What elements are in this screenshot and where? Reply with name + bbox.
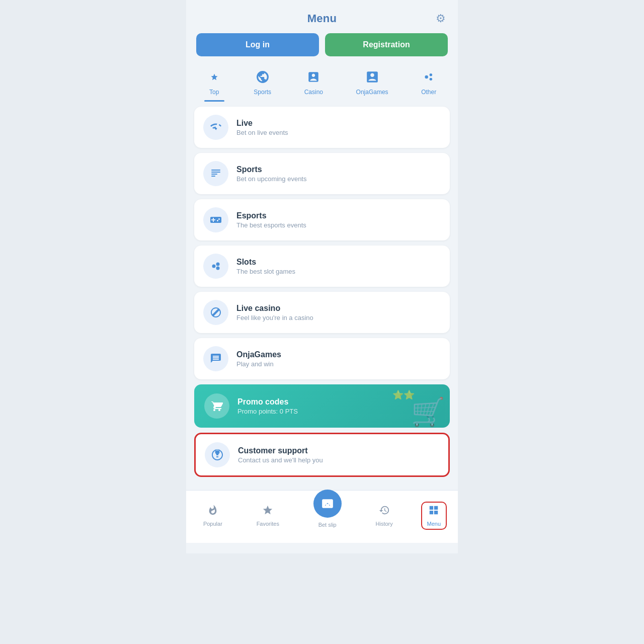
header: Menu ⚙ [186,0,458,33]
onjagames-subtitle: Play and win [236,360,281,368]
registration-button[interactable]: Registration [325,33,448,56]
live-icon [203,115,228,140]
slots-text: Slots The best slot games [236,258,295,275]
slots-title: Slots [236,258,295,267]
tab-top[interactable]: Top [202,66,227,102]
menu-item-slots[interactable]: Slots The best slot games [194,246,450,287]
sports-tab-icon [256,70,269,87]
live-casino-text: Live casino Feel like you're in a casino [236,304,313,321]
esports-icon [203,207,228,232]
esports-text: Esports The best esports events [236,211,306,229]
menu-item-esports[interactable]: Esports The best esports events [194,199,450,240]
promo-icon [204,393,229,419]
svg-point-1 [425,75,429,79]
popular-nav-icon [207,505,218,519]
sports-tab-label: Sports [254,89,271,96]
nav-betslip[interactable]: Bet slip [307,488,348,530]
live-casino-title: Live casino [236,304,313,313]
favorites-nav-label: Favorites [257,521,279,527]
gear-icon[interactable]: ⚙ [436,12,446,25]
popular-nav-label: Popular [203,521,222,527]
casino-tab-label: Casino [304,89,323,96]
promo-cart-icon: 🛒 [411,396,445,428]
tab-other[interactable]: Other [415,66,442,102]
svg-point-2 [430,73,432,76]
tab-sports[interactable]: Sports [248,66,277,102]
live-casino-icon [203,300,228,325]
tab-onjagames[interactable]: OnjaGames [350,66,394,102]
promo-text: Promo codes Promo points: 0 PTS [237,397,298,415]
promo-subtitle: Promo points: 0 PTS [237,408,298,415]
svg-rect-7 [211,176,215,177]
live-text: Live Bet on live events [236,119,288,136]
top-tab-icon [208,70,221,87]
onjagames-tab-label: OnjaGames [356,89,388,96]
phone-container: Menu ⚙ Log in Registration Top Sports Ca… [186,0,458,553]
customer-support-icon [205,442,230,467]
menu-item-onjagames[interactable]: OnjaGames Play and win [194,338,450,379]
menu-item-customer-support[interactable]: Customer support Contact us and we'll he… [194,433,450,477]
svg-point-9 [216,263,220,266]
svg-rect-4 [211,170,220,171]
menu-list: Live Bet on live events Sports Bet on up… [186,102,458,482]
tab-casino[interactable]: Casino [298,66,329,102]
menu-nav-label: Menu [427,521,441,527]
svg-rect-5 [211,172,220,173]
sports-title: Sports [236,165,306,174]
nav-favorites[interactable]: Favorites [251,503,285,529]
svg-point-8 [212,265,216,268]
customer-support-subtitle: Contact us and we'll help you [238,456,323,464]
page-title: Menu [307,12,337,25]
onjagames-title: OnjaGames [236,350,281,359]
history-nav-icon [379,505,390,519]
customer-support-title: Customer support [238,446,323,455]
svg-point-3 [430,78,432,80]
bottom-nav: Popular Favorites Bet slip History Menu [186,490,458,543]
customer-support-text: Customer support Contact us and we'll he… [238,446,323,464]
svg-point-10 [216,267,220,270]
login-button[interactable]: Log in [196,33,319,56]
betslip-icon-wrap [313,490,342,518]
svg-rect-6 [211,174,217,175]
auth-buttons: Log in Registration [186,33,458,66]
menu-nav-icon [428,505,439,519]
menu-item-promo[interactable]: Promo codes Promo points: 0 PTS ⭐⭐ 🛒 [194,384,450,428]
casino-tab-icon [307,70,320,87]
live-subtitle: Bet on live events [236,129,288,136]
other-tab-icon [422,70,435,87]
sports-text: Sports Bet on upcoming events [236,165,306,183]
sports-subtitle: Bet on upcoming events [236,175,306,183]
esports-title: Esports [236,211,306,220]
onjagames-icon [203,346,228,371]
betslip-nav-label: Bet slip [318,522,337,528]
top-tab-label: Top [209,89,219,96]
category-tabs: Top Sports Casino OnjaGames Other [186,66,458,102]
live-casino-subtitle: Feel like you're in a casino [236,314,313,321]
slots-icon [203,254,228,279]
menu-item-live-casino[interactable]: Live casino Feel like you're in a casino [194,292,450,333]
favorites-nav-icon [262,505,273,519]
sports-icon [203,161,228,186]
history-nav-label: History [376,521,393,527]
menu-item-sports[interactable]: Sports Bet on upcoming events [194,153,450,194]
other-tab-label: Other [421,89,436,96]
esports-subtitle: The best esports events [236,221,306,229]
menu-item-live[interactable]: Live Bet on live events [194,107,450,148]
onjagames-tab-icon [366,70,379,87]
onjagames-text: OnjaGames Play and win [236,350,281,368]
promo-title: Promo codes [237,397,298,407]
slots-subtitle: The best slot games [236,268,295,275]
nav-menu[interactable]: Menu [421,502,447,530]
live-title: Live [236,119,288,128]
nav-popular[interactable]: Popular [197,503,228,529]
nav-history[interactable]: History [370,503,399,529]
